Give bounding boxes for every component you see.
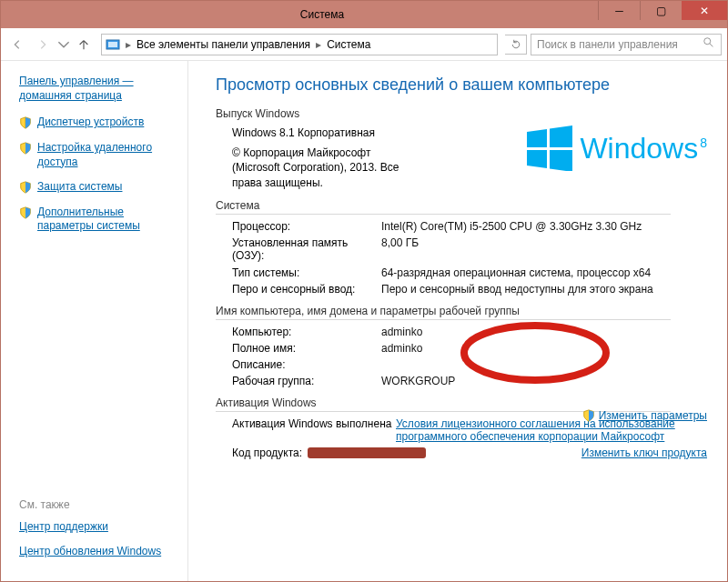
workgroup-label: Рабочая группа: xyxy=(232,375,381,387)
change-product-key-link[interactable]: Изменить ключ продукта xyxy=(581,447,707,459)
description-label: Описание: xyxy=(232,358,381,371)
toolbar: ▸ Все элементы панели управления ▸ Систе… xyxy=(1,28,727,61)
svg-marker-6 xyxy=(527,150,547,168)
page-heading: Просмотр основных сведений о вашем компь… xyxy=(216,75,707,95)
titlebar: Система ─ ▢ ✕ xyxy=(1,1,727,28)
see-also-title: См. также xyxy=(19,498,175,511)
back-button[interactable] xyxy=(6,34,28,55)
full-name-label: Полное имя: xyxy=(232,342,381,355)
breadcrumb-part-2[interactable]: Система xyxy=(327,38,370,51)
ram-value: 8,00 ГБ xyxy=(381,236,707,263)
sidebar: Панель управления — домашняя страница Ди… xyxy=(1,61,188,581)
windows-logo-icon xyxy=(527,125,572,171)
sidebar-item-advanced-settings[interactable]: Дополнительные параметры системы xyxy=(19,206,175,234)
system-type-label: Тип системы: xyxy=(232,266,381,279)
sidebar-item-device-manager[interactable]: Диспетчер устройств xyxy=(19,115,175,130)
svg-rect-1 xyxy=(108,42,117,47)
sidebar-link: Защита системы xyxy=(37,180,122,195)
maximize-button[interactable]: ▢ xyxy=(640,1,682,20)
product-key-redacted xyxy=(308,447,426,458)
minimize-button[interactable]: ─ xyxy=(598,1,640,20)
svg-marker-7 xyxy=(550,150,572,171)
activation-status: Активация Windows выполнена xyxy=(232,417,396,430)
logo-suffix: 8 xyxy=(700,135,707,150)
svg-marker-5 xyxy=(550,125,572,147)
edition-section-title: Выпуск Windows xyxy=(216,107,707,120)
system-window: Система ─ ▢ ✕ ▸ Все элементы панели упра… xyxy=(0,0,728,582)
refresh-button[interactable] xyxy=(505,35,527,55)
close-button[interactable]: ✕ xyxy=(682,1,727,20)
main-content: Просмотр основных сведений о вашем компь… xyxy=(188,61,727,581)
svg-marker-4 xyxy=(527,129,547,147)
cpu-value: Intel(R) Core(TM) i5-2500 CPU @ 3.30GHz … xyxy=(381,220,707,233)
see-also-windows-update[interactable]: Центр обновления Windows xyxy=(19,545,175,559)
sidebar-link: Дополнительные параметры системы xyxy=(37,206,175,234)
system-type-value: 64-разрядная операционная система, проце… xyxy=(381,266,707,279)
svg-point-2 xyxy=(704,38,711,45)
control-panel-icon xyxy=(106,37,120,52)
forward-button[interactable] xyxy=(32,34,54,55)
ram-label: Установленная память (ОЗУ): xyxy=(232,236,381,263)
full-name-value: adminko xyxy=(381,342,707,355)
see-also-action-center[interactable]: Центр поддержки xyxy=(19,520,175,535)
copyright-text: © Корпорация Майкрософт (Microsoft Corpo… xyxy=(232,146,414,190)
sidebar-link: Настройка удаленного доступа xyxy=(37,141,175,169)
search-placeholder: Поиск в панели управления xyxy=(537,38,678,51)
address-bar[interactable]: ▸ Все элементы панели управления ▸ Систе… xyxy=(101,34,498,55)
edition-name: Windows 8.1 Корпоративная xyxy=(232,125,414,140)
computer-name-label: Компьютер: xyxy=(232,326,381,338)
pen-touch-label: Перо и сенсорный ввод: xyxy=(232,283,381,296)
windows-logo: Windows8 xyxy=(527,125,707,171)
system-section-title: Система xyxy=(216,199,671,215)
window-title: Система xyxy=(46,8,598,21)
sidebar-item-remote-settings[interactable]: Настройка удаленного доступа xyxy=(19,141,175,169)
breadcrumb-sep-icon: ▸ xyxy=(124,38,133,51)
svg-line-3 xyxy=(710,44,713,47)
shield-icon xyxy=(19,206,32,219)
workgroup-value: WORKGROUP xyxy=(381,375,707,387)
description-value xyxy=(381,358,707,371)
control-panel-home-link[interactable]: Панель управления — домашняя страница xyxy=(19,74,175,103)
logo-text: Windows xyxy=(580,132,698,165)
shield-icon xyxy=(19,116,32,129)
cpu-label: Процессор: xyxy=(232,220,381,233)
sidebar-item-system-protection[interactable]: Защита системы xyxy=(19,180,175,195)
search-icon xyxy=(703,36,715,52)
shield-icon xyxy=(582,409,595,422)
product-key-label: Код продукта: xyxy=(232,447,302,459)
history-dropdown[interactable] xyxy=(57,34,70,55)
shield-icon xyxy=(19,142,32,155)
name-section-title: Имя компьютера, имя домена и параметры р… xyxy=(216,305,671,320)
sidebar-link: Диспетчер устройств xyxy=(37,115,144,130)
breadcrumb-part-1[interactable]: Все элементы панели управления xyxy=(136,38,310,51)
up-button[interactable] xyxy=(74,35,94,55)
shield-icon xyxy=(19,181,32,194)
pen-touch-value: Перо и сенсорный ввод недоступны для это… xyxy=(381,283,707,296)
change-settings-link[interactable]: Изменить параметры xyxy=(582,408,707,422)
breadcrumb-sep-icon: ▸ xyxy=(314,38,323,51)
search-box[interactable]: Поиск в панели управления xyxy=(531,34,722,55)
computer-name-value: adminko xyxy=(381,326,707,338)
